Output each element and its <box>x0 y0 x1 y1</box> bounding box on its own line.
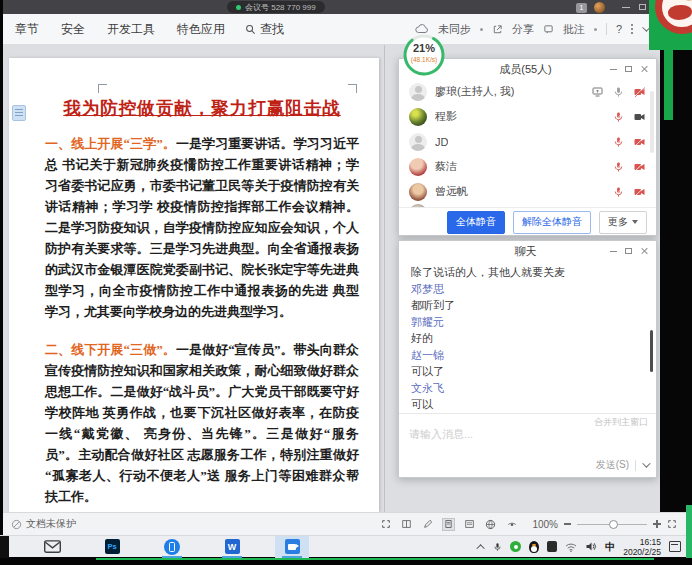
protect-status[interactable]: 文档未保护 <box>26 517 76 531</box>
camera-on-icon[interactable] <box>633 111 646 123</box>
page-layout-icon[interactable] <box>442 518 455 531</box>
paste-options-icon[interactable] <box>12 105 26 121</box>
screen-share-icon[interactable] <box>591 86 604 98</box>
divider <box>635 460 636 471</box>
write-mode-icon[interactable] <box>421 518 434 531</box>
close-icon[interactable] <box>640 247 648 255</box>
tray-mic-icon[interactable] <box>493 541 502 553</box>
network-icon[interactable] <box>565 542 577 552</box>
camera-off-icon[interactable] <box>633 86 646 98</box>
eye-protect-icon[interactable] <box>505 518 518 531</box>
screen: 会议号 528 770 999 1 章节 安全 开发工具 特色应用 查找 未同步… <box>0 0 692 565</box>
unmute-all-button[interactable]: 解除全体静音 <box>513 211 591 234</box>
read-layout-icon[interactable] <box>400 518 413 531</box>
download-progress-badge: 21% (48.1K/s) <box>401 32 447 78</box>
chat-scrollbar[interactable] <box>650 330 653 372</box>
ime-indicator[interactable]: 中 <box>605 540 615 554</box>
tray-device-icon[interactable] <box>547 541 557 552</box>
chat-sender: 郭耀元 <box>411 314 644 331</box>
chat-messages[interactable]: 除了说话的人，其他人就要关麦 邓梦思 都听到了 郭耀元 好的 赵一锦 可以了 文… <box>399 261 656 413</box>
tray-expand-icon[interactable] <box>477 544 485 552</box>
zoom-in-icon[interactable] <box>653 520 661 528</box>
taskbar-wps-app[interactable]: W <box>215 536 249 558</box>
camera-off-icon[interactable] <box>633 186 646 198</box>
tab-chapter[interactable]: 章节 <box>15 21 39 38</box>
more-menu-icon[interactable] <box>631 24 633 34</box>
notification-count-badge[interactable]: 1 <box>576 3 587 13</box>
account-avatar[interactable] <box>594 2 605 13</box>
zoom-out-icon[interactable] <box>564 523 571 524</box>
zoom-slider[interactable] <box>577 524 647 525</box>
meeting-number-pill[interactable]: 会议号 528 770 999 <box>227 1 325 13</box>
minimize-icon[interactable] <box>610 69 617 70</box>
send-button[interactable]: 发送(S) <box>596 458 629 472</box>
taskbar-meeting-app[interactable] <box>275 536 309 558</box>
taskbar-photoshop-app[interactable]: Ps <box>95 536 129 558</box>
merge-to-main-link[interactable]: 合并到主窗口 <box>594 416 648 429</box>
action-center-icon[interactable] <box>669 541 681 552</box>
help-button[interactable]: ? <box>616 23 622 35</box>
text-boundary-mark <box>98 84 107 93</box>
members-scrollbar[interactable] <box>650 91 654 153</box>
chat-input[interactable]: 请输入消息... <box>409 427 473 442</box>
maximize-icon[interactable] <box>625 248 632 254</box>
fit-page-icon[interactable] <box>667 519 677 529</box>
share-button[interactable]: 分享 <box>512 22 534 37</box>
tray-app-icon[interactable] <box>510 541 521 552</box>
speaker-icon[interactable] <box>585 541 597 552</box>
zoom-slider-thumb[interactable] <box>609 520 618 529</box>
comment-button[interactable]: 批注 <box>563 22 585 37</box>
taskbar-phone-app[interactable] <box>155 536 189 558</box>
text-cursor <box>191 158 193 170</box>
outline-view-icon[interactable] <box>463 518 476 531</box>
member-name: 廖琅(主持人, 我) <box>435 84 514 99</box>
minimize-icon[interactable] <box>622 7 630 8</box>
progress-percent: 21% <box>401 42 447 54</box>
chat-input-area[interactable]: 合并到主窗口 请输入消息... 发送(S) <box>399 413 656 477</box>
mic-off-icon[interactable] <box>613 186 624 198</box>
start-button[interactable] <box>0 536 9 558</box>
tab-dev-tools[interactable]: 开发工具 <box>107 21 155 38</box>
mic-off-icon[interactable] <box>613 161 624 173</box>
member-row[interactable]: 曾远帆 <box>399 179 656 204</box>
photoshop-icon: Ps <box>105 539 120 554</box>
find-button[interactable]: 查找 <box>245 21 284 38</box>
member-row[interactable]: 蔡洁 <box>399 154 656 179</box>
document-page[interactable]: 我为防控做贡献，聚力打赢阻击战 一、线上开展“三学”。一是学习重要讲话。学习习近… <box>9 58 379 512</box>
mic-off-icon[interactable] <box>613 111 624 123</box>
tab-security[interactable]: 安全 <box>61 21 85 38</box>
maximize-icon[interactable] <box>625 66 632 72</box>
member-row[interactable]: 程影 <box>399 104 656 129</box>
members-footer: 全体静音 解除全体静音 更多 <box>399 207 656 236</box>
close-icon[interactable] <box>640 65 648 73</box>
restore-icon[interactable] <box>639 4 646 10</box>
chat-panel-header[interactable]: 聊天 <box>399 241 656 261</box>
camera-off-icon[interactable] <box>633 136 646 148</box>
camera-off-icon[interactable] <box>633 161 646 173</box>
system-tray: 中 16:15 2020/2/25 <box>479 537 687 557</box>
mic-icon[interactable] <box>613 86 624 98</box>
member-row[interactable] <box>399 204 656 207</box>
more-label: 更多 <box>608 215 628 229</box>
doc-p2-body: 一是做好“宣传员”。带头向群众 宣传疫情防控知识和国家相关政策，耐心细致做好群众… <box>45 342 359 504</box>
taskbar-mail-app[interactable] <box>35 536 69 558</box>
clock[interactable]: 16:15 2020/2/25 <box>623 537 661 557</box>
scroll-divider <box>384 45 385 512</box>
minimize-icon[interactable] <box>610 251 617 252</box>
clock-time: 16:15 <box>623 537 661 547</box>
tab-special-apps[interactable]: 特色应用 <box>177 21 225 38</box>
mute-all-button[interactable]: 全体静音 <box>447 211 505 234</box>
fullscreen-view-icon[interactable] <box>379 518 392 531</box>
send-options-icon[interactable] <box>642 459 650 467</box>
members-list[interactable]: 廖琅(主持人, 我) 程影 JD <box>399 79 656 207</box>
qq-icon[interactable] <box>529 541 539 553</box>
member-row[interactable]: JD <box>399 129 656 154</box>
taskbar: Ps W 中 16:15 <box>0 535 687 557</box>
more-button[interactable]: 更多 <box>599 211 647 234</box>
mic-off-icon[interactable] <box>613 136 624 148</box>
member-row[interactable]: 廖琅(主持人, 我) <box>399 79 656 104</box>
zoom-level[interactable]: 100% <box>532 519 558 530</box>
web-layout-icon[interactable] <box>484 518 497 531</box>
video-meeting-icon <box>285 539 300 554</box>
find-label: 查找 <box>260 21 284 38</box>
